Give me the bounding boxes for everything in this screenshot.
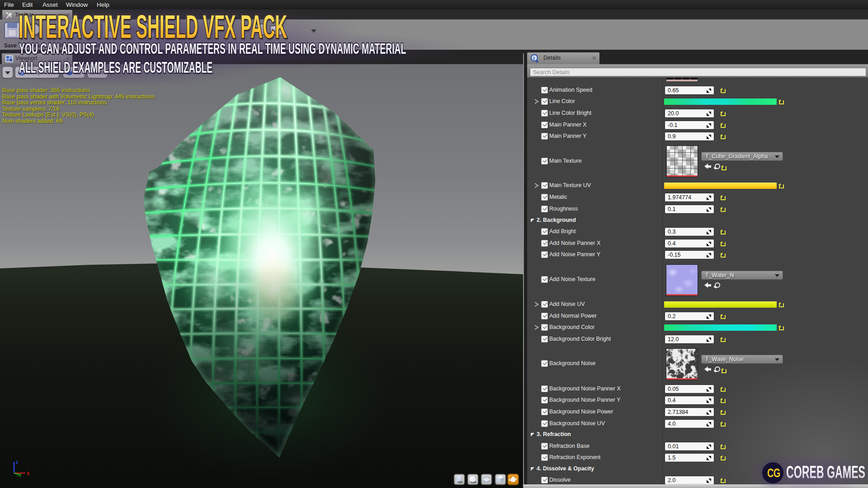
- svg-text:X: X: [27, 471, 30, 476]
- svg-text:Save: Save: [4, 42, 17, 49]
- svg-text:z: z: [16, 460, 18, 465]
- svg-text:-Y: -Y: [17, 473, 22, 478]
- svg-text:i: i: [533, 55, 535, 61]
